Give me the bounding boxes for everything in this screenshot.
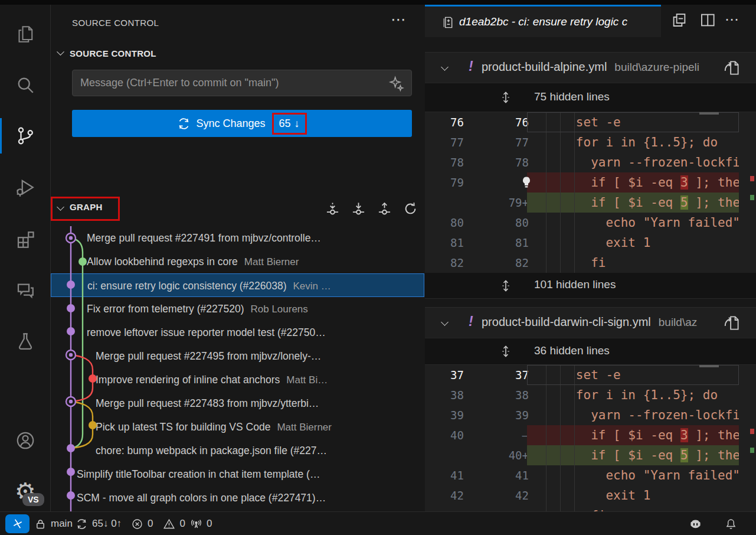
panel-title: SOURCE CONTROL [72, 18, 159, 28]
run-debug-icon[interactable] [0, 169, 51, 207]
commit-row-selected[interactable]: ci: ensure retry logic consistency (#226… [51, 273, 424, 297]
commit-row[interactable]: chore: bump webpack in package.json file… [51, 439, 424, 462]
commit-row[interactable]: Pick up latest TS for building VS CodeMa… [51, 415, 424, 439]
generate-commit-message-sparkle-icon[interactable] [388, 76, 405, 92]
code-line[interactable]: for i in {1..5}; do [531, 132, 739, 152]
hidden-lines-label: 101 hidden lines [534, 278, 616, 291]
sync-icon [76, 518, 88, 530]
push-icon[interactable] [377, 201, 392, 217]
open-changes-icon[interactable] [670, 11, 688, 29]
diff-file-icon [440, 15, 454, 29]
code-line[interactable]: echo "Yarn failed" [531, 213, 739, 233]
split-editor-icon[interactable] [699, 11, 716, 29]
chevron-down-icon [441, 318, 449, 326]
copilot-status-item[interactable] [689, 512, 702, 535]
code-line[interactable]: echo "Yarn failed" [531, 465, 739, 485]
graph-section-header[interactable]: GRAPH [51, 197, 425, 221]
added-code-line[interactable]: if [ $i -eq 5 ]; then [531, 193, 739, 213]
warning-icon [163, 518, 175, 530]
incoming-count: 65 [279, 118, 291, 130]
hidden-lines-row[interactable]: 75 hidden lines [425, 83, 756, 112]
extensions-icon[interactable] [0, 221, 51, 259]
file-header-darwin-cli-sign[interactable]: ! product-build-darwin-cli-sign.ymlbuild… [425, 307, 756, 338]
code-line[interactable]: exit 1 [531, 485, 739, 505]
file-path: build\az [659, 316, 698, 328]
sync-changes-button[interactable]: Sync Changes 65 ↓ [72, 110, 412, 137]
broadcast-icon [190, 518, 202, 530]
chevron-down-icon [57, 48, 64, 56]
commit-graph-list: Merge pull request #227491 from mjbvz/co… [51, 226, 425, 511]
annotation-box-graph [51, 197, 120, 221]
overview-ruler[interactable] [739, 365, 756, 511]
file-name: product-build-darwin-cli-sign.yml [482, 315, 651, 328]
bell-icon [725, 518, 737, 530]
sync-status-item[interactable]: 65↓ 0↑ [76, 512, 122, 535]
explorer-icon[interactable] [0, 15, 51, 53]
sync-icon [177, 117, 191, 131]
code-line[interactable]: fi [531, 253, 739, 273]
modified-indicator: ! [469, 314, 473, 330]
search-icon[interactable] [0, 66, 51, 104]
tab-bar: d1eab2bc - ci: ensure retry logic c ⋯ [425, 5, 756, 37]
title-bar-strip [0, 0, 756, 5]
fetch-icon[interactable] [325, 201, 341, 217]
file-header-alpine[interactable]: ! product-build-alpine.ymlbuild\azure-pi… [425, 52, 756, 83]
diff-code-block-alpine: 7676 set -e 7777 for i in {1..5}; do 787… [425, 112, 756, 273]
overview-ruler[interactable] [739, 112, 756, 273]
section-gap [425, 299, 756, 307]
code-line[interactable]: for i in {1..5}; do [531, 385, 739, 405]
file-path: build\azure-pipeli [614, 61, 699, 73]
code-line[interactable]: yarn --frozen-lockfile [531, 152, 739, 172]
editor-more-actions-icon[interactable]: ⋯ [724, 11, 741, 29]
ports-status-item[interactable]: 0 [190, 512, 212, 535]
testing-icon[interactable] [0, 322, 51, 360]
hidden-lines-label: 36 hidden lines [534, 344, 610, 357]
removed-code-line[interactable]: if [ $i -eq 3 ]; then [531, 425, 739, 445]
notifications-status-item[interactable] [725, 512, 737, 535]
commit-row[interactable]: Improve rendering of inline chat anchors… [51, 368, 424, 392]
open-file-icon[interactable] [723, 314, 741, 332]
copilot-icon [689, 518, 702, 530]
commit-row[interactable]: Allow lookbehind regexps in coreMatt Bie… [51, 250, 424, 273]
unfold-icon [499, 344, 513, 358]
more-actions-icon[interactable]: ⋯ [391, 11, 407, 29]
source-control-icon[interactable] [0, 117, 51, 155]
branch-name: main [51, 518, 73, 530]
commit-message-input[interactable] [72, 70, 412, 96]
problems-status-item[interactable]: 0 0 [131, 512, 185, 535]
code-line[interactable]: set -e [531, 365, 739, 385]
code-line[interactable]: fi [531, 505, 739, 511]
code-line[interactable]: yarn --frozen-lockfile [531, 405, 739, 425]
sync-count-annotation-box: 65 ↓ [272, 113, 307, 135]
section-label: SOURCE CONTROL [70, 48, 156, 58]
tab-multi-diff[interactable]: d1eab2bc - ci: ensure retry logic c [425, 5, 661, 37]
hidden-lines-row[interactable]: 101 hidden lines [425, 273, 756, 299]
removed-code-line[interactable]: if [ $i -eq 3 ]; then [531, 172, 739, 193]
commit-row[interactable]: Simplify titleToolbar creation in chat i… [51, 462, 424, 486]
branch-status-item[interactable]: main [34, 512, 73, 535]
horizontal-scrollbar[interactable] [699, 365, 719, 367]
refresh-icon[interactable] [402, 201, 418, 217]
pull-icon[interactable] [351, 201, 366, 217]
commit-row[interactable]: Merge pull request #227483 from mjbvz/yt… [51, 392, 424, 415]
commit-row[interactable]: remove leftover issue reporter model tes… [51, 321, 424, 344]
comments-icon[interactable] [0, 272, 51, 309]
code-line[interactable]: set -e [531, 112, 739, 132]
file-name: product-build-alpine.yml [482, 60, 607, 73]
hidden-lines-row[interactable]: 36 hidden lines [425, 338, 756, 365]
commit-row[interactable]: Merge pull request #227491 from mjbvz/co… [51, 226, 424, 250]
remote-indicator[interactable] [5, 514, 30, 533]
commit-row[interactable]: SCM - move all graph colors in one place… [51, 486, 424, 510]
source-control-section-header[interactable]: SOURCE CONTROL [58, 48, 156, 58]
lock-icon [34, 518, 47, 530]
error-icon [131, 518, 143, 530]
code-line[interactable]: exit 1 [531, 233, 739, 253]
commit-row[interactable]: Fix error from telemetry (#227520)Rob Lo… [51, 297, 424, 321]
added-code-line[interactable]: if [ $i -eq 5 ]; then [531, 445, 739, 465]
commit-row[interactable]: Merge pull request #227495 from mjbvz/lo… [51, 344, 424, 368]
open-file-icon[interactable] [723, 59, 741, 77]
accounts-icon[interactable] [0, 422, 51, 459]
horizontal-scrollbar[interactable] [699, 112, 719, 115]
lightbulb-icon[interactable] [519, 175, 534, 190]
status-bar: main 65↓ 0↑ 0 0 0 [0, 511, 756, 535]
